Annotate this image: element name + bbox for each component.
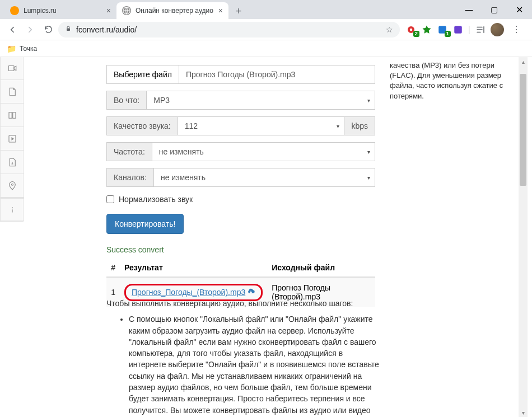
- extension-icon-1[interactable]: 2: [405, 24, 417, 35]
- normalize-checkbox-row[interactable]: Нормализовать звук: [106, 195, 375, 204]
- caret-down-icon: ▾: [367, 175, 370, 181]
- folder-icon: 📁: [7, 44, 16, 53]
- nav-back-button[interactable]: [4, 22, 20, 38]
- cloud-download-icon[interactable]: [246, 288, 255, 297]
- col-result: Результат: [120, 259, 267, 277]
- download-link[interactable]: Прогноз_Погоды_(Второй).mp3: [132, 288, 245, 297]
- caret-down-icon: ▾: [367, 97, 370, 104]
- choose-file-button[interactable]: Выберите файл: [106, 65, 179, 84]
- extension-icons: 2 1 | ⋮: [402, 22, 528, 38]
- nav-forward-button[interactable]: [22, 22, 38, 38]
- scroll-up-arrow[interactable]: ▴: [519, 57, 528, 66]
- browser-tabstrip: Lumpics.ru × Онлайн конвертер аудио × + …: [0, 0, 532, 19]
- new-tab-button[interactable]: +: [231, 3, 246, 19]
- svg-point-8: [12, 184, 13, 185]
- caret-down-icon: ▾: [337, 123, 339, 129]
- scrollbar-thumb[interactable]: [520, 74, 526, 186]
- frequency-value: не изменять: [159, 147, 204, 156]
- success-message: Success convert: [106, 245, 375, 254]
- instructions-item: С помощью кнопок "Локальный файл" или "О…: [129, 313, 381, 417]
- quality-label: Качество звука:: [107, 117, 178, 135]
- page-content: Выберите файл Прогноз Погоды (Второй).mp…: [0, 57, 532, 417]
- address-bar[interactable]: fconvert.ru/audio/ ☆: [58, 22, 400, 38]
- svg-rect-1: [67, 29, 70, 31]
- normalize-label: Нормализовать звук: [119, 195, 193, 204]
- extension-icon-4[interactable]: [452, 24, 464, 35]
- bookmark-star-icon[interactable]: ☆: [386, 25, 393, 34]
- frequency-label: Частота:: [107, 143, 152, 161]
- bookmarks-bar: 📁 Точка: [0, 40, 532, 57]
- url-text: fconvert.ru/audio/: [76, 25, 381, 34]
- favicon-globe: [122, 6, 131, 15]
- svg-point-9: [12, 207, 13, 208]
- extension-icon-3[interactable]: 1: [437, 24, 448, 35]
- browser-tab-fconvert[interactable]: Онлайн конвертер аудио ×: [116, 2, 228, 19]
- reading-list-icon[interactable]: [475, 24, 486, 35]
- sidebar-item-document[interactable]: [1, 80, 24, 104]
- quality-value: 112: [185, 121, 198, 130]
- instructions: Чтобы выполнить конвертацию аудио, выпол…: [106, 298, 381, 417]
- format-select[interactable]: Во что: MP3 ▾: [106, 91, 375, 110]
- svg-rect-6: [8, 65, 14, 71]
- channels-select[interactable]: Каналов: не изменять ▾: [106, 168, 375, 187]
- extension-badge: 2: [413, 31, 419, 37]
- col-source: Исходный файл: [267, 259, 375, 277]
- sidebar-item-book[interactable]: [1, 104, 24, 127]
- channels-label: Каналов:: [107, 168, 154, 186]
- channels-value: не изменять: [161, 173, 206, 182]
- profile-avatar[interactable]: [491, 23, 504, 36]
- bookmark-item[interactable]: Точка: [20, 45, 37, 53]
- frequency-select[interactable]: Частота: не изменять ▾: [106, 142, 375, 161]
- browser-toolbar: fconvert.ru/audio/ ☆ 2 1 | ⋮: [0, 19, 532, 40]
- right-sidebar-text: качества (MP3) или без потери (FLAC). Дл…: [388, 57, 508, 105]
- convert-button[interactable]: Конвертировать!: [106, 214, 184, 234]
- svg-rect-5: [454, 26, 462, 34]
- close-icon[interactable]: ×: [218, 6, 223, 15]
- format-value: MP3: [153, 96, 170, 105]
- sidebar-item-audio[interactable]: [1, 127, 24, 151]
- format-label: Во что:: [107, 91, 147, 109]
- nav-reload-button[interactable]: [40, 22, 56, 38]
- window-maximize-button[interactable]: ▢: [482, 0, 507, 19]
- chosen-file-label: Прогноз Погоды (Второй).mp3: [179, 65, 375, 84]
- svg-point-3: [410, 28, 413, 31]
- left-sidebar: [0, 57, 24, 222]
- browser-tab-lumpics[interactable]: Lumpics.ru ×: [4, 2, 116, 19]
- scroll-down-arrow[interactable]: ▾: [519, 408, 528, 417]
- vertical-scrollbar[interactable]: ▴ ▾: [519, 57, 528, 417]
- extension-badge: 1: [445, 31, 451, 37]
- sidebar-item-info[interactable]: [1, 198, 24, 221]
- caret-down-icon: ▾: [367, 149, 370, 155]
- converter-form: Выберите файл Прогноз Погоды (Второй).mp…: [106, 57, 375, 307]
- tab-title: Онлайн конвертер аудио: [136, 7, 214, 15]
- tab-title: Lumpics.ru: [24, 7, 102, 15]
- quality-select[interactable]: Качество звука: 112 ▾ kbps: [106, 116, 375, 135]
- favicon-lumpics: [10, 6, 19, 15]
- extension-icon-2[interactable]: [421, 24, 432, 35]
- instructions-lead: Чтобы выполнить конвертацию аудио, выпол…: [106, 298, 381, 309]
- close-icon[interactable]: ×: [106, 6, 111, 15]
- normalize-checkbox[interactable]: [106, 195, 114, 203]
- browser-menu-button[interactable]: ⋮: [508, 22, 524, 38]
- sidebar-item-map[interactable]: [1, 174, 24, 198]
- col-number: #: [106, 259, 120, 277]
- quality-unit: kbps: [344, 117, 375, 135]
- sidebar-item-archive[interactable]: [1, 151, 24, 174]
- sidebar-item-video[interactable]: [1, 57, 24, 80]
- lock-icon: [65, 25, 72, 34]
- window-close-button[interactable]: ✕: [507, 0, 532, 19]
- window-minimize-button[interactable]: —: [456, 0, 482, 19]
